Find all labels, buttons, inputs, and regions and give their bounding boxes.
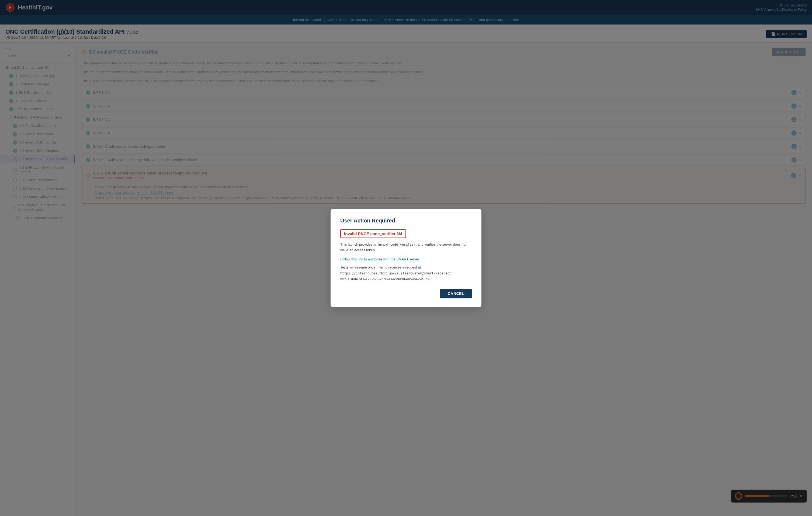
code-verifier-mono: code_verifier [389, 242, 416, 247]
modal-highlighted-text: Invalid PKCE code_verifier 3/4 [340, 229, 406, 238]
modal-description: This launch provides an invalid code_ver… [340, 242, 472, 253]
modal-resume-info: Tests will resume once Inferno receives … [340, 265, 472, 282]
modal-title: User Action Required [340, 218, 472, 224]
cancel-button[interactable]: CANCEL [440, 289, 472, 298]
modal-dialog: User Action Required Invalid PKCE code_v… [330, 209, 482, 307]
modal-overlay: User Action Required Invalid PKCE code_v… [0, 0, 812, 516]
resume-url: https://inferno.healthit.gov/suites/cust… [340, 271, 451, 275]
modal-smart-link[interactable]: Follow this link to authorize with the S… [340, 257, 420, 261]
modal-actions: CANCEL [340, 289, 472, 298]
